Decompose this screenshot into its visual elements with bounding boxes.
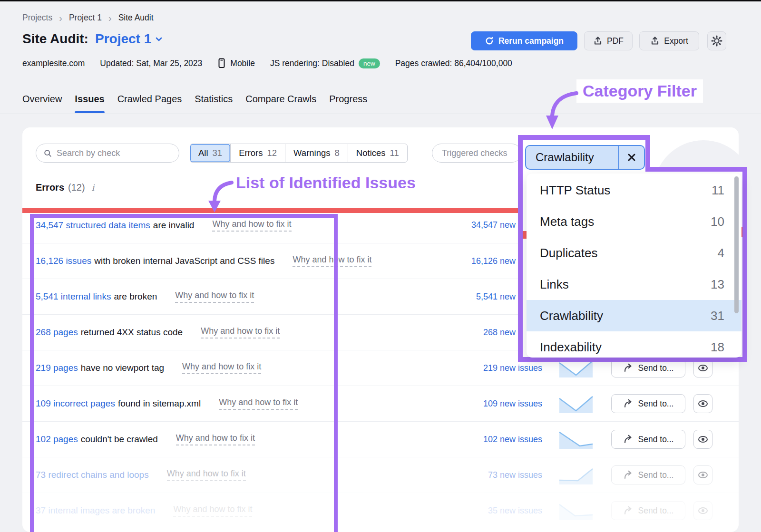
upload-icon [650, 36, 660, 46]
issue-link[interactable]: 34,547 structured data items [36, 220, 150, 231]
new-issues-link[interactable]: 102 new issues [483, 422, 542, 457]
issue-link[interactable]: 37 internal images are broken [36, 505, 155, 516]
why-how-fix-link[interactable]: Why and how to fix it [176, 433, 255, 445]
issue-link[interactable]: 73 redirect chains and loops [36, 470, 149, 480]
issue-row: 109 incorrect pages found in sitemap.xml… [22, 386, 739, 421]
segment-errors[interactable]: Errors12 [230, 144, 285, 162]
issue-row: 102 pages couldn't be crawled Why and ho… [22, 421, 739, 457]
settings-button[interactable] [707, 31, 726, 50]
category-option-duplicates[interactable]: Duplicates 4 [527, 237, 741, 269]
why-how-fix-link[interactable]: Why and how to fix it [219, 397, 298, 410]
new-issues-link[interactable]: 35 new issues [488, 493, 542, 528]
breadcrumb-item[interactable]: Project 1 [69, 13, 102, 23]
js-rendering-label: JS rendering: Disabled new [270, 58, 380, 68]
hide-issue-button[interactable] [693, 394, 712, 413]
category-option-label: Links [540, 277, 569, 292]
tab-overview[interactable]: Overview [22, 94, 62, 113]
eye-icon [697, 434, 709, 445]
errors-heading-label: Errors [36, 182, 64, 193]
why-how-fix-link[interactable]: Why and how to fix it [175, 290, 254, 303]
breadcrumb-item[interactable]: Projects [22, 13, 52, 23]
dropdown-scrollbar[interactable] [734, 176, 739, 313]
category-option-crawlability[interactable]: Crawlability 31 [527, 300, 741, 331]
issue-link[interactable]: 5,541 internal links [36, 291, 111, 302]
info-icon[interactable]: i [92, 183, 95, 193]
why-how-fix-link[interactable]: Why and how to fix it [293, 255, 371, 267]
issue-text: 5,541 internal links are broken Why and … [36, 279, 254, 314]
segment-notices[interactable]: Notices11 [348, 144, 407, 162]
trend-sparkline [559, 394, 593, 413]
tab-progress[interactable]: Progress [329, 94, 367, 113]
category-option-meta-tags[interactable]: Meta tags 10 [527, 206, 741, 237]
hide-issue-button[interactable] [693, 501, 712, 520]
close-icon [626, 152, 637, 163]
issue-text: 102 pages couldn't be crawled Why and ho… [36, 422, 255, 457]
issue-link[interactable]: 219 pages [36, 363, 78, 373]
eye-icon [697, 362, 709, 374]
send-to-label: Send to... [638, 363, 674, 373]
why-how-fix-link[interactable]: Why and how to fix it [182, 362, 261, 374]
export-button[interactable]: Export [639, 31, 699, 50]
issue-link[interactable]: 109 incorrect pages [36, 398, 115, 409]
mobile-icon [217, 58, 226, 68]
hide-issue-button[interactable] [693, 430, 712, 449]
tab-compare-crawls[interactable]: Compare Crawls [245, 94, 316, 113]
why-how-fix-link[interactable]: Why and how to fix it [201, 326, 280, 339]
segment-all[interactable]: All31 [190, 144, 230, 162]
breadcrumb-item[interactable]: Site Audit [118, 13, 154, 23]
send-arrow-icon [623, 505, 634, 516]
why-how-fix-link[interactable]: Why and how to fix it [173, 504, 252, 517]
category-option-indexability[interactable]: Indexability 18 [527, 331, 741, 358]
triggered-checks-select[interactable]: Triggered checks [432, 144, 521, 163]
refresh-icon [485, 36, 494, 46]
category-filter-value: Crawlability [526, 151, 618, 164]
category-option-label: Indexability [540, 340, 602, 355]
search-input[interactable] [57, 148, 171, 158]
category-option-label: Crawlability [540, 309, 603, 323]
send-to-button[interactable]: Send to... [611, 358, 685, 377]
send-to-button[interactable]: Send to... [611, 465, 685, 484]
pdf-button[interactable]: PDF [584, 31, 633, 50]
hide-issue-button[interactable] [693, 465, 712, 484]
search-icon [44, 149, 52, 158]
tab-crawled-pages[interactable]: Crawled Pages [117, 94, 182, 113]
send-to-label: Send to... [638, 470, 674, 480]
category-filter-pill[interactable]: Crawlability [525, 145, 645, 170]
why-how-fix-link[interactable]: Why and how to fix it [167, 469, 246, 481]
issue-description: couldn't be crawled [81, 434, 158, 445]
why-how-fix-link[interactable]: Why and how to fix it [212, 219, 291, 232]
domain-label: examplesite.com [22, 58, 85, 68]
category-option-http-status[interactable]: HTTP Status 11 [527, 174, 741, 206]
tab-issues[interactable]: Issues [75, 94, 104, 113]
send-to-button[interactable]: Send to... [611, 501, 685, 520]
send-to-label: Send to... [638, 506, 674, 516]
campaign-meta: examplesite.com Updated: Sat, Mar 25, 20… [22, 58, 512, 68]
segment-label: Notices [356, 148, 386, 158]
search-by-check[interactable] [36, 144, 179, 163]
issue-text: 219 pages have no viewport tag Why and h… [36, 350, 261, 386]
send-to-button[interactable]: Send to... [611, 430, 685, 449]
section-tabs: OverviewIssuesCrawled PagesStatisticsCom… [22, 94, 367, 113]
segment-warnings[interactable]: Warnings8 [285, 144, 348, 162]
tab-statistics[interactable]: Statistics [195, 94, 233, 113]
clear-filter-button[interactable] [618, 146, 644, 169]
new-issues-link[interactable]: 109 new issues [483, 386, 542, 421]
project-selector[interactable]: Project 1 [95, 31, 163, 47]
category-option-links[interactable]: Links 13 [527, 269, 741, 300]
new-issues-link[interactable]: 73 new issues [488, 457, 542, 493]
upload-icon [593, 36, 603, 46]
category-option-count: 10 [711, 214, 724, 229]
send-to-button[interactable]: Send to... [611, 394, 685, 413]
site-audit-page: Projects›Project 1›Site Audit Site Audit… [0, 0, 761, 532]
issue-link[interactable]: 102 pages [36, 434, 78, 445]
device-name: Mobile [230, 58, 255, 68]
issue-link[interactable]: 16,126 issues [36, 256, 91, 266]
hide-issue-button[interactable] [693, 358, 712, 377]
trend-sparkline [559, 465, 593, 484]
issue-description: have no viewport tag [81, 363, 164, 373]
rerun-campaign-button[interactable]: Rerun campaign [471, 31, 577, 50]
breadcrumb-separator-icon: › [59, 13, 62, 23]
issue-link[interactable]: 268 pages [36, 327, 78, 338]
js-rendering-text: JS rendering: Disabled [270, 58, 354, 68]
pdf-label: PDF [607, 36, 624, 46]
